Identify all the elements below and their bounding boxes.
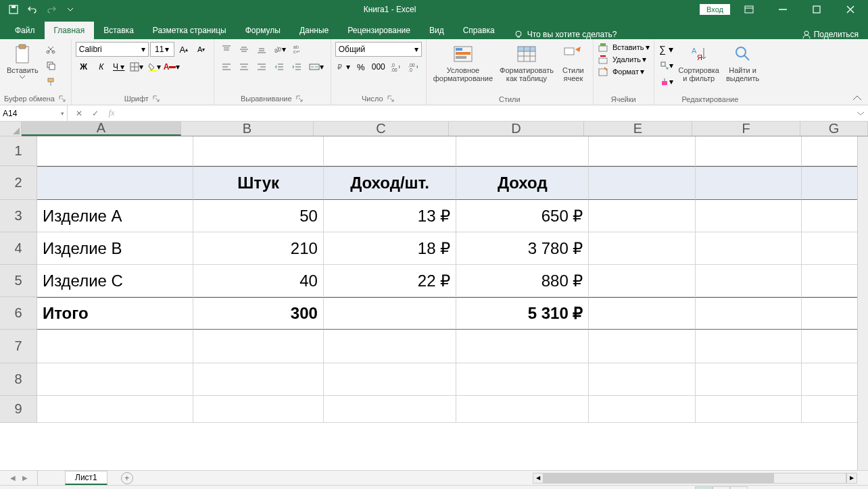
cell-C1[interactable] [324,136,456,166]
cell-D9[interactable] [456,396,589,423]
number-dialog-icon[interactable] [386,94,395,103]
format-table-button[interactable]: Форматировать как таблицу [497,42,556,84]
cell-C9[interactable] [324,396,456,423]
delete-cells-button[interactable]: Удалить ▾ [598,54,646,65]
align-dialog-icon[interactable] [295,94,304,103]
tab-file[interactable]: Файл [5,22,45,39]
cell-D7[interactable] [456,330,589,363]
cell-F3[interactable] [696,200,802,232]
scroll-left-icon[interactable]: ◀ [533,473,544,484]
tab-insert[interactable]: Вставка [94,22,143,39]
cut-icon[interactable] [43,42,59,57]
cell-B1[interactable] [193,136,323,166]
horizontal-scrollbar[interactable]: ◀ ▶ [533,472,857,484]
align-right-icon[interactable] [254,59,270,74]
number-format-combo[interactable]: Общий▾ [335,42,422,57]
minimize-icon[interactable] [768,0,798,19]
cell-B7[interactable] [193,330,323,363]
italic-icon[interactable]: К [93,59,110,74]
increase-indent-icon[interactable] [289,59,305,74]
row-header-9[interactable]: 9 [0,396,37,423]
find-select-button[interactable]: Найти и выделить [723,42,762,84]
currency-icon[interactable]: ₽▾ [335,59,352,74]
cell-A6[interactable]: Итого [37,297,194,330]
cell-B4[interactable]: 210 [193,232,323,265]
cell-styles-button[interactable]: Стили ячеек [558,42,589,84]
align-middle-icon[interactable] [236,42,252,57]
bold-icon[interactable]: Ж [76,59,92,74]
underline-icon[interactable]: Ч ▾ [111,59,127,74]
tab-home[interactable]: Главная [45,22,95,39]
autosum-icon[interactable]: ∑ ▾ [658,42,675,57]
cell-E2[interactable] [589,166,695,200]
cell-C2[interactable]: Доход/шт. [324,166,456,200]
merge-icon[interactable]: ▾ [306,59,327,74]
tab-help[interactable]: Справка [454,22,504,39]
tab-data[interactable]: Данные [290,22,338,39]
increase-font-icon[interactable]: A▴ [176,42,192,57]
name-box[interactable]: A14▾ [0,105,68,121]
tab-review[interactable]: Рецензирование [338,22,420,39]
cell-D8[interactable] [456,363,589,396]
col-header-D[interactable]: D [449,122,584,136]
tell-me-search[interactable]: Что вы хотите сделать? [504,30,627,39]
align-center-icon[interactable] [236,59,252,74]
sheet-tab-1[interactable]: Лист1 [65,471,107,485]
cell-F6[interactable] [696,297,802,330]
formula-bar[interactable] [123,105,853,121]
save-icon[interactable] [4,0,23,19]
cell-F1[interactable] [696,136,802,166]
page-break-icon[interactable] [730,486,748,490]
conditional-format-button[interactable]: Условное форматирование [431,42,496,84]
normal-view-icon[interactable] [695,486,713,490]
clear-icon[interactable]: ▾ [658,74,675,89]
cell-D1[interactable] [456,136,589,166]
cell-A4[interactable]: Изделие B [37,232,194,265]
cell-F4[interactable] [696,232,802,265]
row-header-6[interactable]: 6 [0,297,37,330]
cancel-icon[interactable]: ✕ [72,106,87,121]
decrease-decimal-icon[interactable]: ,00,0 [406,59,422,74]
expand-formula-icon[interactable] [853,106,868,121]
format-cells-button[interactable]: Формат ▾ [598,66,644,77]
cell-C4[interactable]: 18 ₽ [324,232,456,265]
row-header-3[interactable]: 3 [0,200,37,232]
cell-E5[interactable] [589,265,695,297]
cell-E7[interactable] [589,330,695,363]
cell-B5[interactable]: 40 [193,265,323,297]
close-icon[interactable] [836,0,865,19]
cell-E8[interactable] [589,363,695,396]
col-header-A[interactable]: A [22,122,181,136]
select-all-button[interactable] [0,122,22,136]
login-button[interactable]: Вход [700,4,730,15]
vertical-scrollbar[interactable] [857,136,868,470]
decrease-indent-icon[interactable] [271,59,287,74]
scroll-right-icon[interactable]: ▶ [846,473,857,484]
cell-C6[interactable] [324,297,456,330]
collapse-ribbon-icon[interactable] [850,94,864,103]
copy-icon[interactable] [43,58,59,73]
cell-F7[interactable] [696,330,802,363]
share-button[interactable]: Поделиться [792,30,868,39]
cell-F9[interactable] [696,396,802,423]
cell-D2[interactable]: Доход [456,166,589,200]
font-color-icon[interactable]: A▾ [164,59,180,74]
row-header-4[interactable]: 4 [0,232,37,265]
cell-E1[interactable] [589,136,695,166]
col-header-E[interactable]: E [584,122,692,136]
cell-D6[interactable]: 5 310 ₽ [456,297,589,330]
cell-B3[interactable]: 50 [193,200,323,232]
cell-A2[interactable] [37,166,194,200]
font-name-combo[interactable]: Calibri▾ [76,42,149,57]
row-header-7[interactable]: 7 [0,330,37,363]
cell-E9[interactable] [589,396,695,423]
cell-E3[interactable] [589,200,695,232]
orientation-icon[interactable]: ab▾ [271,42,287,57]
sheet-prev-icon[interactable]: ◀ [10,474,16,482]
add-sheet-icon[interactable]: + [121,472,133,484]
cell-C7[interactable] [324,330,456,363]
cell-E6[interactable] [589,297,695,330]
tab-formulas[interactable]: Формулы [236,22,290,39]
decrease-font-icon[interactable]: A▾ [193,42,210,57]
increase-decimal-icon[interactable]: ,0,00 [388,59,404,74]
